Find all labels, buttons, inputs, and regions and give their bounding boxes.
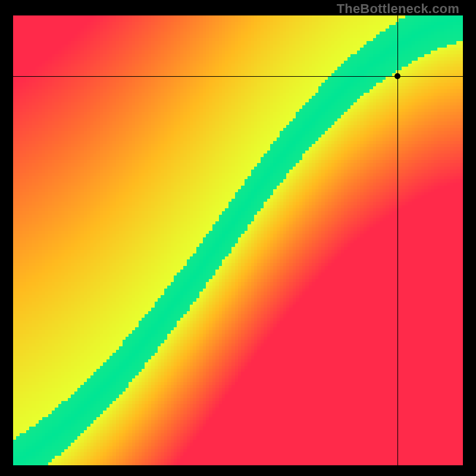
watermark-label: TheBottleneck.com [337,1,459,17]
heatmap-plot [13,15,463,465]
heatmap-canvas [13,15,463,465]
